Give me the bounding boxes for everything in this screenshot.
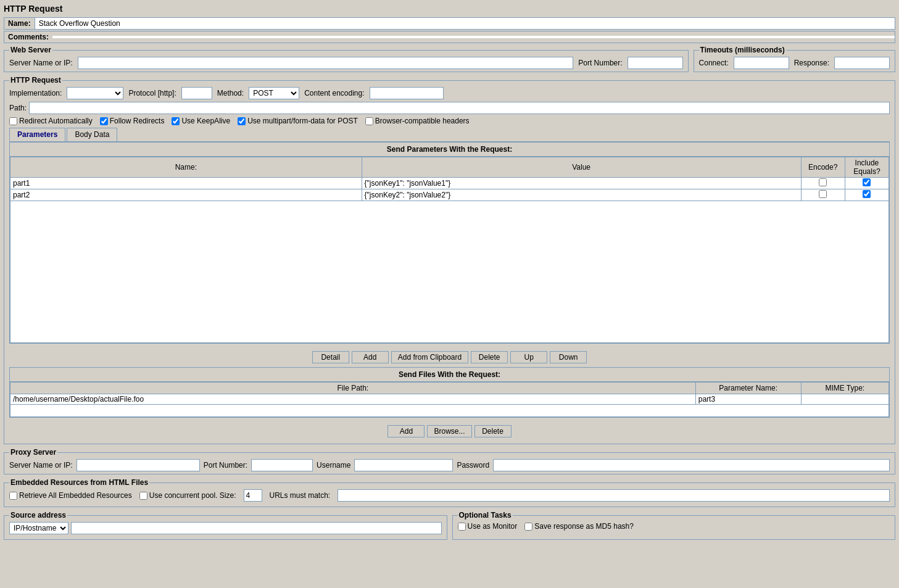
protocol-label: Protocol [http]:	[128, 89, 176, 97]
content-encoding-input[interactable]	[370, 87, 444, 99]
tab-parameters[interactable]: Parameters	[9, 128, 65, 141]
concurrent-pool-checkbox[interactable]	[139, 492, 147, 500]
params-table: Name: Value Encode? Include Equals? part…	[10, 157, 889, 201]
retrieve-all-checkbox[interactable]	[9, 492, 17, 500]
retrieve-all-checkbox-item[interactable]: Retrieve All Embedded Resources	[9, 491, 132, 500]
file-param-cell: part3	[695, 394, 801, 405]
server-name-input[interactable]	[78, 57, 574, 69]
path-input[interactable]	[29, 102, 890, 114]
urls-must-match-input[interactable]	[338, 489, 890, 502]
use-multipart-checkbox-item[interactable]: Use multipart/form-data for POST	[238, 117, 358, 125]
table-row[interactable]: part1{"jsonKey1": "jsonValue1"}	[10, 178, 889, 189]
file-mime-cell	[801, 394, 889, 405]
use-multipart-checkbox[interactable]	[238, 117, 246, 125]
save-response-checkbox[interactable]	[524, 523, 532, 531]
proxy-port-input[interactable]	[251, 459, 313, 471]
source-address-row: IP/Hostname	[9, 522, 442, 534]
add-from-clipboard-button[interactable]: Add from Clipboard	[391, 351, 468, 363]
tab-body-data[interactable]: Body Data	[67, 128, 117, 141]
protocol-input[interactable]	[181, 87, 212, 99]
save-response-checkbox-item[interactable]: Save response as MD5 hash?	[524, 522, 634, 531]
table-row[interactable]: /home/username/Desktop/actualFile.foopar…	[10, 394, 889, 405]
browser-compatible-checkbox[interactable]	[365, 117, 373, 125]
files-delete-button[interactable]: Delete	[474, 425, 512, 437]
connect-input[interactable]	[734, 57, 789, 69]
method-select[interactable]: POST GET PUT DELETE HEAD OPTIONS PATCH	[249, 88, 299, 99]
proxy-server-input[interactable]	[77, 459, 200, 471]
files-browse-button[interactable]: Browse...	[427, 425, 471, 437]
follow-redirects-checkbox[interactable]	[100, 117, 108, 125]
down-button[interactable]: Down	[550, 351, 587, 363]
concurrent-size-input[interactable]	[244, 489, 262, 502]
detail-button[interactable]: Detail	[312, 351, 349, 363]
files-col-mime: MIME Type:	[801, 383, 889, 394]
method-select-wrapper[interactable]: POST GET PUT DELETE HEAD OPTIONS PATCH	[249, 87, 299, 99]
param-include-cell[interactable]	[845, 189, 889, 201]
proxy-password-input[interactable]	[493, 459, 890, 471]
web-server-fieldset: Web Server Server Name or IP: Port Numbe…	[4, 46, 689, 72]
source-address-type-select[interactable]: IP/Hostname	[9, 522, 68, 534]
proxy-port-label: Port Number:	[204, 461, 247, 470]
redirect-auto-label: Redirect Automatically	[19, 117, 93, 125]
save-response-label: Save response as MD5 hash?	[534, 522, 634, 531]
param-include-checkbox[interactable]	[863, 190, 871, 198]
concurrent-pool-checkbox-item[interactable]: Use concurrent pool. Size:	[139, 491, 236, 500]
use-multipart-label: Use multipart/form-data for POST	[247, 117, 358, 125]
files-header: Send Files With the Request:	[10, 368, 889, 382]
impl-label: Implementation:	[9, 89, 62, 97]
use-keepalive-checkbox[interactable]	[172, 117, 180, 125]
col-value: Value	[362, 157, 801, 178]
concurrent-pool-label: Use concurrent pool. Size:	[149, 491, 236, 500]
proxy-username-input[interactable]	[354, 459, 453, 471]
source-address-input[interactable]	[71, 522, 442, 534]
port-number-input[interactable]	[628, 57, 683, 69]
http-request-legend: HTTP Request	[9, 76, 62, 85]
impl-select-wrapper[interactable]	[67, 87, 123, 99]
optional-tasks-legend: Optional Tasks	[458, 511, 513, 520]
col-name: Name:	[10, 157, 362, 178]
source-optional-row: Source address IP/Hostname Optional Task…	[4, 511, 895, 540]
name-row: Name: Stack Overflow Question	[4, 17, 895, 30]
col-include: Include Equals?	[845, 157, 889, 178]
file-path-cell: /home/username/Desktop/actualFile.foo	[10, 394, 696, 405]
param-encode-cell[interactable]	[801, 189, 845, 201]
comments-value	[52, 36, 895, 38]
browser-compatible-label: Browser-compatible headers	[375, 117, 470, 125]
web-server-legend: Web Server	[9, 46, 52, 54]
use-as-monitor-checkbox-item[interactable]: Use as Monitor	[458, 522, 518, 531]
follow-redirects-checkbox-item[interactable]: Follow Redirects	[100, 117, 165, 125]
comments-row: Comments:	[4, 31, 895, 43]
proxy-row: Server Name or IP: Port Number: Username…	[9, 459, 890, 471]
name-label: Name:	[4, 18, 35, 29]
redirect-auto-checkbox-item[interactable]: Redirect Automatically	[9, 117, 93, 125]
proxy-server-fieldset: Proxy Server Server Name or IP: Port Num…	[4, 448, 895, 474]
redirect-auto-checkbox[interactable]	[9, 117, 17, 125]
param-encode-checkbox[interactable]	[819, 190, 827, 198]
table-row[interactable]: part2{"jsonKey2": "jsonValue2"}	[10, 189, 889, 201]
response-input[interactable]	[834, 57, 890, 69]
add-button[interactable]: Add	[352, 351, 389, 363]
embedded-resources-legend: Embedded Resources from HTML Files	[9, 478, 149, 487]
browser-compatible-checkbox-item[interactable]: Browser-compatible headers	[365, 117, 470, 125]
port-number-label: Port Number:	[578, 59, 622, 67]
params-section: Send Parameters With the Request: Name: …	[9, 142, 890, 344]
param-include-checkbox[interactable]	[863, 178, 871, 186]
files-table: File Path: Parameter Name: MIME Type: /h…	[10, 382, 889, 405]
param-include-cell[interactable]	[845, 178, 889, 189]
path-label: Path:	[9, 104, 27, 112]
param-encode-checkbox[interactable]	[819, 178, 827, 186]
use-keepalive-checkbox-item[interactable]: Use KeepAlive	[172, 117, 230, 125]
param-encode-cell[interactable]	[801, 178, 845, 189]
files-buttons-row: Add Browse... Delete	[9, 421, 890, 441]
source-address-fieldset: Source address IP/Hostname	[4, 511, 447, 540]
http-request-fieldset: HTTP Request Implementation: Protocol [h…	[4, 76, 895, 444]
delete-button[interactable]: Delete	[471, 351, 508, 363]
files-add-button[interactable]: Add	[387, 425, 425, 437]
col-encode: Encode?	[801, 157, 845, 178]
embedded-resources-fieldset: Embedded Resources from HTML Files Retri…	[4, 478, 895, 507]
param-value-cell: {"jsonKey2": "jsonValue2"}	[362, 189, 801, 201]
impl-select[interactable]	[67, 88, 123, 99]
use-as-monitor-checkbox[interactable]	[458, 523, 466, 531]
up-button[interactable]: Up	[510, 351, 547, 363]
timeouts-legend: Timeouts (milliseconds)	[699, 46, 786, 54]
